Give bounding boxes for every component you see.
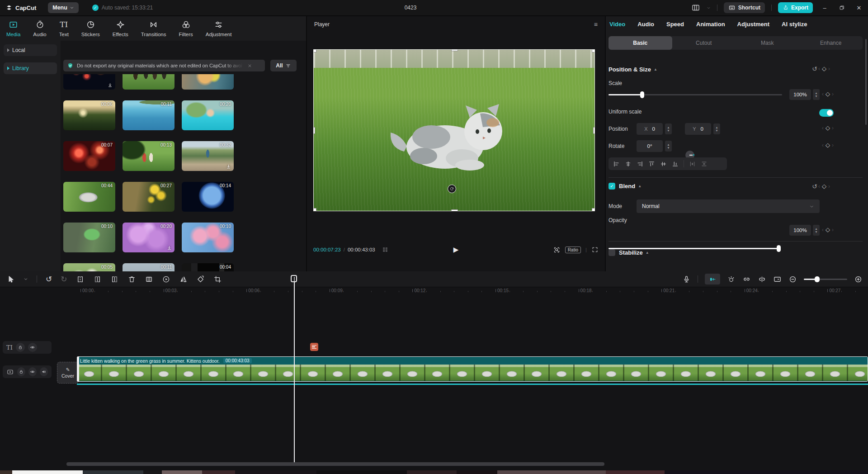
media-item-mountain-hike[interactable]: 00:32 [182,141,234,171]
blend-header[interactable]: ✓ Blend▲ [609,183,642,190]
selection-handle[interactable] [593,127,595,134]
playhead-handle[interactable] [291,275,297,282]
split-delete-left-icon[interactable] [93,275,102,284]
layout-panels-icon[interactable] [691,3,700,12]
timeline-zoom-in-icon[interactable] [854,275,863,284]
align-left-icon[interactable] [613,161,620,167]
timeline-horizontal-scrollbar[interactable] [66,462,604,466]
inspector-tab-speed[interactable]: Speed [666,21,684,28]
eye-button[interactable] [28,367,37,376]
eye-button[interactable] [28,343,37,352]
position-y-stepper[interactable]: ▲▼ [713,123,720,134]
selection-handle[interactable] [592,208,595,211]
position-x-stepper[interactable]: ▲▼ [665,123,672,134]
position-x-field[interactable]: X 0 [637,123,663,135]
subtab-mask[interactable]: Mask [736,36,799,50]
stabilize-header[interactable]: Stabilize▲ [609,249,649,256]
sidebar-item-local[interactable]: Local [4,44,57,56]
tab-effects[interactable]: Effects [106,20,135,37]
opacity-value[interactable]: 100% [789,225,811,236]
selection-handle[interactable] [451,209,458,211]
download-icon[interactable] [107,82,113,88]
timeline-ruler[interactable]: 00:0000:0300:0600:0900:1200:1500:1800:21… [0,288,868,295]
keyframe-scale[interactable]: ‹◇› [822,90,834,97]
blend-mode-dropdown[interactable]: Normal [637,199,820,213]
rotate-icon[interactable] [196,275,205,284]
reset-position-size-icon[interactable]: ↺ [812,65,817,72]
redo-icon[interactable]: ↻ [61,275,67,283]
play-button[interactable]: ▶ [453,246,459,254]
media-item-friends-dancing[interactable] [123,74,175,90]
flip-icon[interactable] [179,275,188,284]
distribute-horizontal-icon[interactable] [689,161,696,167]
split-icon[interactable] [76,275,85,284]
keyframe-rotate[interactable]: ‹◇› [822,142,834,148]
undo-icon[interactable]: ↺ [46,275,52,283]
split-delete-right-icon[interactable] [110,275,119,284]
record-voiceover-icon[interactable] [682,275,691,284]
maximize-button[interactable] [836,2,847,13]
minimize-button[interactable]: – [819,2,830,13]
timeline-zoom-out-icon[interactable] [788,275,797,284]
rotate-stepper[interactable]: ▲▼ [665,141,672,152]
subtab-basic[interactable]: Basic [609,36,672,50]
magnetic-timeline-icon[interactable] [727,275,736,284]
media-item-cherry-blossom[interactable]: 00:10 [182,223,234,252]
timeline-zoom-slider[interactable] [804,279,847,280]
cover-button[interactable]: ✎ Cover [57,362,79,384]
filter-all-button[interactable]: All [270,60,297,71]
link-clips-icon[interactable] [742,275,751,284]
tab-media[interactable]: Media [0,20,27,37]
media-item-family-park[interactable]: 00:13 [123,141,175,171]
rotate-value-field[interactable]: 0° [637,140,663,152]
auto-snap-button[interactable] [705,274,720,284]
video-clip[interactable]: Little kitten walking on the green grass… [77,356,868,382]
select-tool-dropdown-icon[interactable] [24,277,28,281]
media-item-watering-plants[interactable]: 00:10 [63,223,115,252]
tab-filters[interactable]: Filters [173,20,199,37]
distribute-vertical-icon[interactable] [701,161,708,167]
playhead[interactable] [294,277,295,462]
media-item-fireworks-night[interactable] [63,74,115,90]
selection-handle[interactable] [313,208,316,211]
subtab-enhance[interactable]: Enhance [799,36,863,50]
export-button[interactable]: Export [778,2,813,13]
subtab-cutout[interactable]: Cutout [672,36,736,50]
keyframe-blend[interactable]: ‹◇› [818,183,830,190]
tab-audio[interactable]: Audio [27,20,52,37]
media-item-kitten-grass[interactable]: 00:44 [63,182,115,212]
tab-text[interactable]: TIText [53,20,75,37]
selection-handle[interactable] [592,49,595,52]
keyframe-position[interactable]: ‹◇› [822,124,834,131]
align-center-vertical-icon[interactable] [660,161,667,167]
sidebar-item-library[interactable]: Library [4,62,57,74]
keyframe-position-size[interactable]: ‹◇› [818,65,830,72]
align-top-icon[interactable] [648,161,655,167]
ratio-button[interactable]: Ratio [565,246,581,253]
selection-handle[interactable] [313,127,315,134]
align-center-horizontal-icon[interactable] [625,161,632,167]
reset-blend-icon[interactable]: ↺ [812,183,817,190]
tab-transitions[interactable]: Transitions [135,20,173,37]
player-menu-icon[interactable]: ≡ [594,21,598,28]
media-item-red-fireworks[interactable]: 00:07 [63,141,115,171]
align-bottom-icon[interactable] [672,161,679,167]
inspector-tab-video[interactable]: Video [609,21,625,28]
align-right-icon[interactable] [637,161,643,167]
scale-slider[interactable] [609,94,782,95]
media-item-earth-space[interactable]: 00:14 [182,182,234,212]
position-y-field[interactable]: Y 0 [685,123,711,135]
media-item-grey-sky[interactable]: 00:11 [123,263,175,271]
inspector-tab-animation[interactable]: Animation [696,21,725,28]
download-icon[interactable] [226,164,231,170]
media-item-pool-party[interactable]: 00:20 [182,100,234,130]
fullscreen-icon[interactable] [591,246,599,253]
scale-value[interactable]: 100% [789,89,811,100]
snapshot-icon[interactable] [553,246,561,254]
mirror-icon[interactable] [145,275,153,284]
media-item-forest-sunset[interactable]: 00:06 [63,100,115,130]
media-item-dark-clip[interactable]: 00:04 [182,263,234,271]
shortcut-button[interactable]: Shortcut [724,2,765,13]
media-item-lilac-flowers[interactable]: 00:20 [123,223,175,252]
delete-icon[interactable] [127,275,136,284]
